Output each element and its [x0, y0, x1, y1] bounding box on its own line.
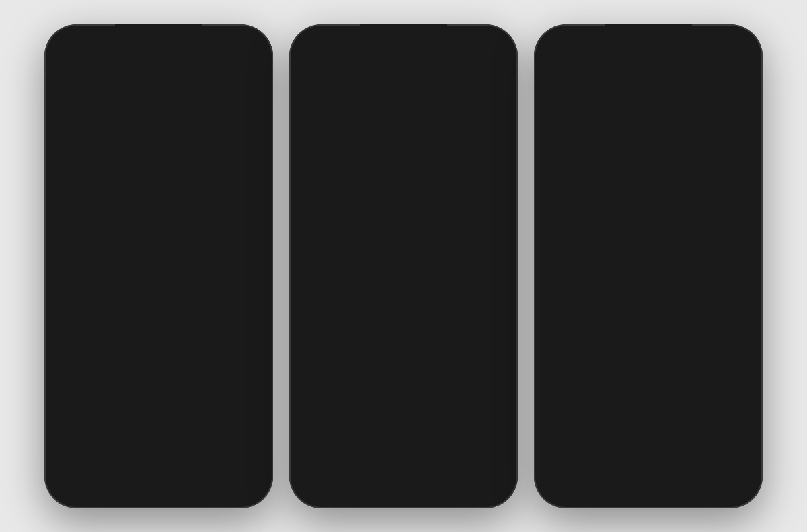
message-row: DB Thank you! 🎉: [551, 229, 745, 252]
send-button[interactable]: ➤: [736, 328, 748, 344]
me-icon-circle: @: [303, 192, 336, 225]
phone-2: 10:00 ▾ ‹ Search Marketing Team Marketin…: [289, 24, 518, 508]
key-s[interactable]: s: [567, 408, 588, 435]
key-h[interactable]: h: [662, 408, 683, 435]
key-m[interactable]: m: [703, 439, 722, 465]
key-123[interactable]: 123: [543, 469, 578, 496]
suggestion-hi[interactable]: Hi: [613, 354, 683, 373]
key-l[interactable]: l: [732, 408, 753, 435]
key-q[interactable]: q: [543, 378, 562, 405]
avatar-name: Risa Lynes: [381, 165, 414, 173]
list-item[interactable]: E Engineering 4: [51, 282, 266, 325]
avatar-item[interactable]: DB ✓ Dorian Belknap: [303, 128, 336, 181]
avatar-item[interactable]: ML Mike Lowell: [498, 128, 511, 181]
key-space[interactable]: space: [580, 469, 672, 496]
message-row: DB Dorian Belknap 9:00 AM Got some ideas…: [296, 278, 511, 313]
avatar: ML: [62, 245, 91, 275]
contact-name[interactable]: Sheryll Tiang ›: [562, 64, 724, 77]
check-badge: ✓: [325, 151, 336, 162]
chat-name: Max Sommer: [100, 168, 236, 180]
bell-icon[interactable]: 🔔: [241, 63, 256, 78]
key-dot[interactable]: .: [697, 469, 716, 496]
camera-icon[interactable]: 📷: [592, 329, 607, 344]
key-go[interactable]: Go: [719, 469, 753, 496]
images-icon-circle: 🖼: [342, 192, 375, 225]
bar2: [466, 45, 468, 49]
list-item[interactable]: MT Motion Team 10:24 AM: [51, 368, 266, 411]
key-p[interactable]: p: [734, 378, 753, 405]
chat-name: Engineering: [100, 297, 242, 309]
key-b[interactable]: b: [660, 439, 679, 465]
message-row: ST Sheryll Tiang 1:59 PM I'll post it he…: [551, 196, 745, 219]
search-icon-3[interactable]: 🔍: [730, 63, 745, 78]
filter-me[interactable]: @ Me: [303, 192, 336, 237]
suggestion-hello[interactable]: Hello: [543, 354, 613, 373]
chat-info: Katherine Bowman: [100, 493, 227, 502]
battery-1: [239, 42, 253, 49]
list-item[interactable]: MS Max Sommer 1 min: [51, 153, 266, 196]
key-i[interactable]: i: [692, 378, 711, 405]
video-icon-circle: ▶: [381, 192, 414, 225]
avatar: MT: [62, 116, 91, 146]
key-u[interactable]: u: [671, 378, 690, 405]
key-o[interactable]: o: [714, 378, 732, 405]
key-n[interactable]: n: [682, 439, 701, 465]
key-t[interactable]: t: [628, 378, 647, 405]
member-avatars: DB ✓ Dorian Belknap MS Max Sommer RL Ris…: [296, 119, 511, 186]
avatar-item[interactable]: SR Stanley Riebel: [420, 128, 453, 181]
suggestion-i[interactable]: I: [684, 354, 753, 373]
list-item[interactable]: RL Risa Lynes 2 mins: [51, 196, 266, 239]
at-icon[interactable]: @: [549, 329, 561, 343]
message-avatar: DB: [551, 95, 574, 118]
key-backspace[interactable]: ⌫: [725, 439, 753, 465]
key-c[interactable]: c: [617, 439, 636, 465]
search-input[interactable]: Search Marketing Team: [317, 63, 500, 84]
key-y[interactable]: y: [650, 378, 668, 405]
avatar-item[interactable]: ST Sheryll Tiang: [459, 128, 492, 181]
chat-info: Design Team: [100, 450, 227, 461]
back-button[interactable]: ‹: [307, 67, 311, 81]
key-w[interactable]: w: [565, 378, 584, 405]
key-g[interactable]: g: [638, 408, 658, 435]
message-row: DB Dorian Belknap 1:56 PM How's the pres…: [551, 95, 745, 118]
list-item[interactable]: MT Marketing Team 22: [51, 110, 266, 153]
keyboard-row-1: q w e r t y u i o p: [543, 378, 753, 405]
message-time: 1:59 PM: [637, 196, 664, 204]
key-j[interactable]: j: [685, 408, 706, 435]
filter-link[interactable]: 🔗 Link: [420, 192, 453, 237]
key-a[interactable]: a: [543, 408, 564, 435]
chat-name: Katherine Bowman: [100, 493, 227, 502]
screen-3: 10:00 ▾ ‹ Sheryll Tiang › 🔍 DB: [541, 31, 756, 502]
avatar-item[interactable]: RL Risa Lynes: [381, 128, 414, 181]
image-icon[interactable]: 🖼: [570, 329, 582, 343]
key-z[interactable]: z: [574, 439, 593, 465]
hamburger-icon[interactable]: ☰: [62, 63, 73, 78]
filter-slides[interactable]: ▣ Slides: [498, 192, 511, 237]
message-header: Dorian Belknap 9:00 AM: [338, 283, 480, 293]
keyboard-row-4: 123 space @ . Go: [543, 469, 753, 496]
key-d[interactable]: d: [590, 408, 611, 435]
compose-fab[interactable]: +: [221, 453, 256, 488]
filter-images[interactable]: 🖼 Images: [342, 192, 375, 237]
key-shift[interactable]: ⇧: [543, 439, 572, 465]
avatar-item[interactable]: MS Max Sommer: [342, 128, 375, 181]
key-x[interactable]: x: [596, 439, 615, 465]
tab-marketing-team[interactable]: Marketing Team: [296, 91, 404, 118]
key-at[interactable]: @: [676, 469, 695, 496]
page-title: Chat: [143, 63, 171, 79]
key-e[interactable]: e: [586, 378, 605, 405]
filter-docs[interactable]: 📄 Docs: [459, 192, 492, 237]
go-to-conversation[interactable]: ↩ GO TO CONVERSATION: [296, 418, 511, 436]
list-item[interactable]: ML Mike Lowell 24 mins: [51, 239, 266, 282]
key-k[interactable]: k: [709, 408, 730, 435]
emoji-icon[interactable]: 👍: [616, 329, 631, 344]
key-v[interactable]: v: [639, 439, 658, 465]
filter-video[interactable]: ▶ Video: [381, 192, 414, 237]
list-item[interactable]: SR Stanley Riebel 10:00 AM: [51, 325, 266, 368]
key-r[interactable]: r: [607, 378, 626, 405]
back-button-3[interactable]: ‹: [551, 63, 555, 77]
key-f[interactable]: f: [614, 408, 635, 435]
message-text: Going to setup a time for us to meet wit…: [338, 365, 500, 414]
bar4: [228, 42, 230, 49]
tab-all[interactable]: All: [404, 91, 511, 118]
